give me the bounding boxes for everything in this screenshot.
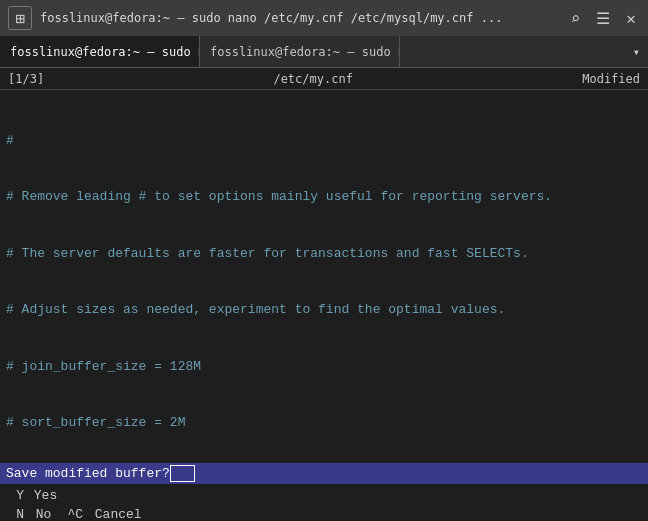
tab-2[interactable]: fosslinux@fedora:~ — sudo nano /... ✕: [200, 36, 400, 67]
tab-1-label: fosslinux@fedora:~ — sudo nano /...: [10, 45, 200, 59]
editor-line-2: # Remove leading # to set options mainly…: [6, 188, 642, 207]
menu-icon[interactable]: ☰: [592, 7, 614, 30]
no-label: No: [28, 507, 51, 521]
new-tab-icon: ⊞: [15, 9, 25, 28]
status-bar: [1/3] /etc/my.cnf Modified: [0, 68, 648, 90]
search-icon[interactable]: ⌕: [567, 7, 585, 30]
save-question-text: Save modified buffer?: [6, 466, 170, 481]
ctrl-c-label: ^C: [67, 507, 83, 521]
title-bar-icons: ⌕ ☰ ✕: [567, 7, 640, 30]
tab-2-label: fosslinux@fedora:~ — sudo nano /...: [210, 45, 400, 59]
prompt-yes-row: Y Yes: [6, 486, 642, 505]
window-title: fosslinux@fedora:~ — sudo nano /etc/my.c…: [40, 11, 559, 25]
prompt-options: Y Yes N No ^C Cancel: [0, 484, 648, 521]
editor-line-4: # Adjust sizes as needed, experiment to …: [6, 301, 642, 320]
save-prompt-line: Save modified buffer?: [0, 463, 648, 484]
close-icon[interactable]: ✕: [622, 7, 640, 30]
tab-dropdown-button[interactable]: ▾: [625, 45, 648, 59]
yes-label: Yes: [26, 488, 57, 503]
file-position: [1/3]: [8, 72, 44, 86]
no-key: N: [6, 507, 24, 521]
editor-line-5: # join_buffer_size = 128M: [6, 358, 642, 377]
file-status: Modified: [582, 72, 640, 86]
new-tab-button[interactable]: ⊞: [8, 6, 32, 30]
tab-bar: fosslinux@fedora:~ — sudo nano /... ✕ fo…: [0, 36, 648, 68]
prompt-cancel-row: N No ^C Cancel: [6, 505, 642, 521]
editor-area[interactable]: # # Remove leading # to set options main…: [0, 90, 648, 463]
editor-line-6: # sort_buffer_size = 2M: [6, 414, 642, 433]
save-prompt-text: Save modified buffer?: [6, 466, 170, 481]
tab-1[interactable]: fosslinux@fedora:~ — sudo nano /... ✕: [0, 36, 200, 67]
save-prompt-box: [170, 465, 196, 482]
editor-line-3: # The server defaults are faster for tra…: [6, 245, 642, 264]
editor-line-1: #: [6, 132, 642, 151]
filename: /etc/my.cnf: [273, 72, 352, 86]
title-bar: ⊞ fosslinux@fedora:~ — sudo nano /etc/my…: [0, 0, 648, 36]
cancel-label: Cancel: [87, 507, 142, 521]
prompt-area: Save modified buffer? Y Yes N No ^C Canc…: [0, 463, 648, 521]
